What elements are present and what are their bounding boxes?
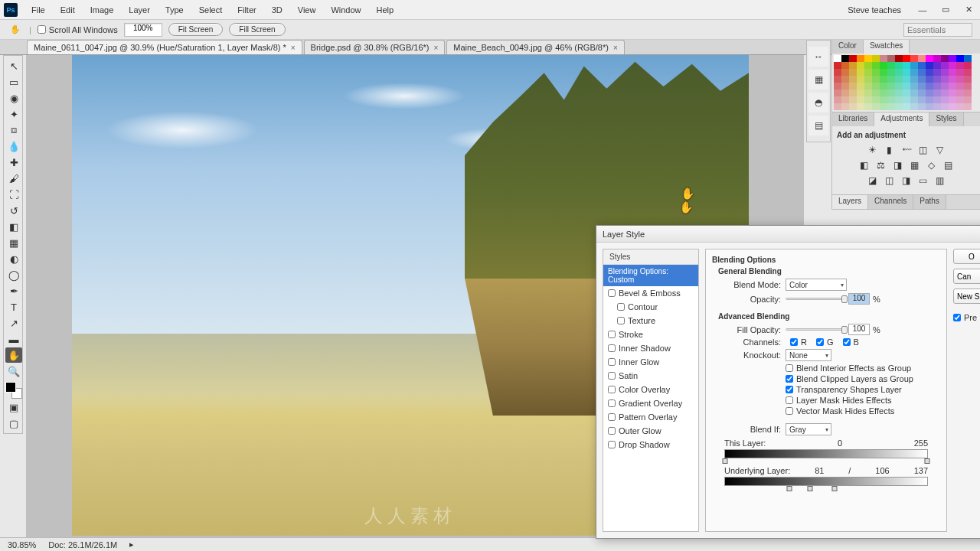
brightness-icon[interactable]: ☀ (867, 144, 879, 156)
dialog-title[interactable]: Layer Style (596, 226, 980, 243)
scroll-all-windows-checkbox[interactable]: Scroll All Windows (38, 25, 118, 34)
invert-icon[interactable]: ◪ (867, 174, 879, 187)
paths-tab[interactable]: Paths (913, 195, 946, 209)
hand-tool[interactable]: ✋ (5, 347, 22, 363)
menu-edit[interactable]: Edit (53, 5, 83, 15)
document-tab[interactable]: Maine_0611_0047.jpg @ 30.9% (Hue/Saturat… (27, 40, 302, 54)
zoom-level-input[interactable]: 100% (124, 23, 162, 37)
history-brush-tool[interactable]: ↺ (5, 203, 22, 218)
fit-screen-button[interactable]: Fit Screen (168, 23, 224, 36)
blend-clipped-checkbox[interactable]: Blend Clipped Layers as Group (786, 374, 940, 383)
dodge-tool[interactable]: ◯ (5, 267, 22, 282)
move-tool[interactable]: ↖ (5, 58, 22, 73)
gradient-tool[interactable]: ▦ (5, 235, 22, 250)
menu-select[interactable]: Select (191, 5, 230, 15)
inner-glow-row[interactable]: Inner Glow (603, 355, 698, 369)
exposure-icon[interactable]: ◫ (917, 144, 929, 156)
this-layer-gradient[interactable] (724, 449, 928, 458)
texture-row[interactable]: Texture (603, 314, 698, 328)
status-doc-size[interactable]: Doc: 26.1M/26.1M (48, 540, 117, 549)
preview-checkbox[interactable]: Pre (953, 313, 980, 322)
fill-opacity-slider[interactable] (786, 328, 845, 331)
pen-tool[interactable]: ✒ (5, 283, 22, 298)
styles-tab[interactable]: Styles (929, 112, 963, 126)
quick-mask-toggle[interactable]: ▣ (5, 399, 22, 415)
drop-shadow-row[interactable]: Drop Shadow (603, 438, 698, 452)
eraser-tool[interactable]: ◧ (5, 219, 22, 234)
path-tool[interactable]: ↗ (5, 315, 22, 331)
gradient-overlay-row[interactable]: Gradient Overlay (603, 396, 698, 410)
blending-options-row[interactable]: Blending Options: Custom (603, 265, 698, 286)
maximize-button[interactable]: ▭ (938, 4, 953, 16)
properties-panel-icon[interactable]: ▦ (808, 70, 828, 90)
zoom-tool[interactable]: 🔍 (5, 364, 22, 379)
stamp-tool[interactable]: ⛶ (5, 187, 22, 202)
threshold-icon[interactable]: ◨ (900, 174, 913, 187)
photo-filter-icon[interactable]: ▦ (909, 159, 921, 171)
wand-tool[interactable]: ✦ (5, 106, 22, 122)
contour-row[interactable]: Contour (603, 300, 698, 314)
crop-tool[interactable]: ⧈ (5, 122, 22, 138)
ok-button[interactable]: O (953, 249, 980, 264)
eyedropper-tool[interactable]: 💧 (5, 139, 22, 154)
stroke-row[interactable]: Stroke (603, 328, 698, 341)
channel-r-checkbox[interactable]: R (790, 337, 807, 347)
tab-close-icon[interactable]: × (291, 44, 296, 52)
vibrance-icon[interactable]: ▽ (934, 144, 946, 156)
minimize-button[interactable]: — (915, 4, 930, 16)
knockout-select[interactable]: None (786, 349, 831, 361)
bevel-emboss-row[interactable]: Bevel & Emboss (603, 286, 698, 300)
balance-icon[interactable]: ⚖ (875, 159, 887, 171)
marquee-tool[interactable]: ▭ (5, 74, 22, 90)
blur-tool[interactable]: ◐ (5, 251, 22, 266)
screen-mode-toggle[interactable]: ▢ (5, 416, 22, 431)
status-zoom[interactable]: 30.85% (8, 540, 36, 549)
channels-tab[interactable]: Channels (868, 195, 913, 209)
blend-interior-checkbox[interactable]: Blend Interior Effects as Group (786, 364, 940, 373)
satin-row[interactable]: Satin (603, 369, 698, 383)
transparency-shapes-checkbox[interactable]: Transparency Shapes Layer (786, 385, 940, 394)
styles-header[interactable]: Styles (603, 249, 698, 265)
tab-close-icon[interactable]: × (433, 44, 438, 52)
bw-icon[interactable]: ◨ (892, 159, 904, 171)
brush-tool[interactable]: 🖌 (5, 171, 22, 186)
menu-view[interactable]: View (290, 5, 324, 15)
menu-image[interactable]: Image (83, 5, 122, 15)
opacity-slider[interactable] (786, 298, 845, 300)
layers-tab[interactable]: Layers (832, 195, 868, 209)
layer-mask-hides-checkbox[interactable]: Layer Mask Hides Effects (786, 396, 940, 405)
pattern-overlay-row[interactable]: Pattern Overlay (603, 410, 698, 424)
foreground-background-colors[interactable] (5, 382, 22, 399)
close-button[interactable]: ✕ (961, 4, 976, 16)
hand-tool-icon[interactable]: ✋ (8, 22, 23, 37)
fill-screen-button[interactable]: Fill Screen (229, 23, 285, 36)
workspace-switcher[interactable]: Essentials (903, 23, 972, 37)
history-panel-icon[interactable]: ↔ (808, 47, 828, 67)
channel-b-checkbox[interactable]: B (843, 337, 859, 347)
document-tab[interactable]: Bridge.psd @ 30.8% (RGB/16*)× (304, 40, 446, 54)
character-panel-icon[interactable]: ▤ (808, 116, 828, 135)
vector-mask-hides-checkbox[interactable]: Vector Mask Hides Effects (786, 406, 940, 416)
cancel-button[interactable]: Can (953, 269, 980, 284)
hue-icon[interactable]: ◧ (858, 159, 871, 171)
type-tool[interactable]: T (5, 299, 22, 315)
document-tab[interactable]: Maine_Beach_0049.jpg @ 46% (RGB/8*)× (446, 40, 624, 54)
color-overlay-row[interactable]: Color Overlay (603, 383, 698, 396)
menu-window[interactable]: Window (323, 5, 368, 15)
menu-file[interactable]: File (24, 5, 53, 15)
info-panel-icon[interactable]: ◓ (808, 93, 828, 112)
menu-3d[interactable]: 3D (264, 5, 290, 15)
healing-tool[interactable]: ✚ (5, 155, 22, 170)
blend-mode-select[interactable]: Color (786, 279, 847, 291)
selective-icon[interactable]: ▥ (934, 174, 946, 187)
underlying-layer-gradient[interactable] (724, 477, 928, 486)
channel-g-checkbox[interactable]: G (816, 337, 834, 347)
menu-filter[interactable]: Filter (230, 5, 263, 15)
swatches-tab[interactable]: Swatches (864, 40, 910, 54)
color-tab[interactable]: Color (832, 40, 864, 54)
opacity-input[interactable]: 100 (848, 293, 870, 305)
adjustments-tab[interactable]: Adjustments (874, 112, 929, 126)
fill-opacity-input[interactable]: 100 (848, 324, 870, 335)
outer-glow-row[interactable]: Outer Glow (603, 424, 698, 438)
tab-close-icon[interactable]: × (613, 44, 618, 52)
